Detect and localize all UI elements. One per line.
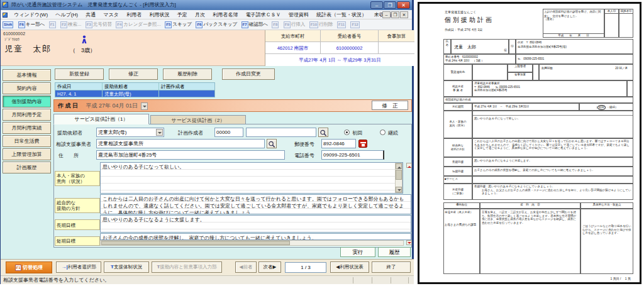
menu-item-common[interactable]: 共通 (82, 10, 99, 19)
menu-item-help[interactable]: ヘルプ(H) (52, 10, 81, 19)
entitlement-table: 支給市町村 受給者番号 食事加算 462012 南国市 6100000002 平… (265, 30, 414, 66)
doc-row-content: 言葉を覚え、二語文・三語文が言え、お友達や先生と少しずつ関わりを持ち、集団生活の… (480, 209, 580, 274)
toolbar-shift-button[interactable]: Shift (3, 21, 14, 28)
menu-item-csv[interactable]: 電子請求ＣＳＶ (242, 10, 284, 19)
agency-search-button[interactable] (267, 139, 277, 148)
group-scroll-down-icon[interactable] (406, 240, 412, 245)
menu-item-window[interactable]: ウィンドウ(W) (11, 10, 51, 19)
maximize-button[interactable]: ❐ (384, 1, 396, 9)
date-modify-button[interactable]: 修 正 (372, 101, 408, 110)
doc-seal-cell: 印 (509, 39, 516, 54)
combo-arrow-icon[interactable] (156, 129, 163, 136)
menu-item-schedule[interactable]: 予定 (174, 10, 191, 19)
continue-radio[interactable] (380, 129, 386, 135)
note-input-button[interactable]: Ŧ援助内容と留意事項入力部 (152, 261, 222, 273)
history-header-requester: 援助依頼者 (103, 83, 159, 90)
toolbar-keypart-button[interactable]: F6キー部へ (18, 21, 45, 28)
register-button[interactable]: 新規登録 (55, 69, 104, 80)
toolbar-confirm-button[interactable]: F7確認部へ (242, 21, 268, 28)
intent-textarea[interactable]: 思いやりのある子になって欲しい。 (100, 162, 403, 194)
toolbar-rowinsert-button[interactable]: F9行挿入 (284, 21, 306, 28)
sidebar-item-basic-info[interactable]: 基本情報 (3, 69, 51, 81)
scroll-up-icon[interactable] (396, 163, 402, 169)
toolbar-search-button[interactable]: F2検索... (60, 21, 81, 28)
first-time-radio[interactable] (344, 129, 350, 135)
menu-item-roster[interactable]: 利用者名簿 (209, 10, 241, 19)
modify-button[interactable]: 修正 (109, 69, 158, 80)
sidebar-item-daily-expense[interactable]: 日常生活費 (3, 135, 51, 147)
city-header: 支給市町村 (265, 30, 321, 42)
toolbar-backskip-button[interactable]: F6バックスキップ (196, 21, 237, 28)
creator-search-button[interactable] (318, 128, 328, 137)
change-date-button[interactable]: 作成日変更 (222, 69, 275, 80)
long-goal-textarea[interactable]: 思いやりのある子になるように支援します。 (100, 215, 411, 233)
tab-service-plan-1[interactable]: サービス提供計画（1） (53, 114, 149, 124)
menu-item-documents[interactable]: 管理資料 (286, 10, 312, 19)
menu-item-user[interactable]: 利用者 (123, 10, 145, 19)
tab-service-plan-2[interactable]: サービス提供計画（2） (150, 115, 246, 124)
app-icon (3, 2, 8, 8)
delete-history-button[interactable]: 履歴削除 (163, 69, 212, 80)
menu-item-usage[interactable]: 利用状況 (146, 10, 172, 19)
minimize-button[interactable]: – (370, 1, 383, 9)
policy-textarea[interactable]: これからは二人目のお子さんの出産に向けて何かと大変な日々を送って行かれると思いま… (100, 194, 411, 214)
postal-input[interactable]: 892-0846 (321, 139, 356, 148)
patient-age: （ 3歳） (70, 47, 96, 55)
sidebar-item-limit-management[interactable]: 上限管理加算 (3, 148, 51, 160)
mdi-close-button[interactable]: ✕ (400, 11, 408, 18)
exit-button[interactable]: 終了 (372, 261, 411, 273)
next-person-button[interactable]: 次者▶ (258, 261, 281, 273)
sidebar-item-plan-history[interactable]: 計画履歴 (3, 162, 51, 173)
creator-name-input[interactable] (246, 128, 316, 137)
prev-person-button[interactable]: ◀前者 (235, 261, 257, 273)
f7-key-icon: F7 (242, 21, 248, 28)
sidebar-item-contract[interactable]: 契約内容 (3, 82, 51, 94)
scroll-thumb[interactable] (396, 170, 402, 180)
toolbar-f11-button[interactable]: F11 (337, 21, 347, 28)
hscroll-thumb[interactable] (101, 241, 290, 245)
toolbar-f12-button[interactable]: F12 (350, 21, 360, 28)
sidebar-item-monthly-actual[interactable]: 月間利用実績 (3, 122, 51, 134)
usage-table-button[interactable]: ◀利用状況表 (330, 261, 369, 273)
short-goal-textarea[interactable]: お子さんの今の成長の状態を理解し、家庭での接し方についても一緒に考えていきましょ… (100, 233, 411, 240)
agency-input[interactable]: 児童相談支援事業所 (96, 139, 265, 148)
switch-process-button[interactable]: F1切替処理 (6, 261, 52, 273)
history-selected-row[interactable]: H27. 4. 1 児童太郎(母) (55, 90, 215, 97)
f8-key-icon: F8 (272, 21, 279, 28)
title-bar[interactable]: 障がい児通所施設管理システム 児童発達支援なんごく - [利用状況入力] – ❐… (1, 0, 412, 10)
toolbar-calendar-button[interactable]: F4カレンダー参照... (116, 21, 160, 28)
address-input[interactable]: 鹿児島市加治屋町4番25号 (96, 150, 285, 160)
sidebar-item-monthly-plan[interactable]: 月間利用予定 (3, 109, 51, 121)
toolbar-f1-button[interactable]: F1 (49, 21, 57, 28)
continue-label: 継続 (388, 129, 398, 136)
sidebar-item-individual-support[interactable]: 個別援助内容 (3, 96, 51, 107)
toolbar-rowdelete-button[interactable]: F10行削除 (309, 21, 333, 28)
postal-mark-icon[interactable] (358, 140, 367, 148)
menu-item-statistics[interactable]: 統計表（一覧・状況） (313, 10, 370, 19)
short-goal-hscrollbar[interactable] (100, 240, 404, 246)
intent-vscrollbar[interactable] (395, 163, 402, 193)
mdi-minimize-button[interactable]: – (382, 11, 391, 18)
close-button[interactable]: ✕ (397, 1, 410, 9)
toolbar-skip-button[interactable]: F5スキップ (165, 21, 192, 28)
execute-button[interactable]: 実行 (340, 247, 375, 257)
date-dropdown-icon[interactable] (141, 102, 148, 110)
doc-intent-value: 思いやりのある子になって欲しい。 (472, 111, 633, 138)
agency-label: 相談支援事業者 (56, 141, 91, 148)
postal-label: 郵便番号 (294, 141, 314, 148)
menu-item-master[interactable]: マスタ (100, 10, 122, 19)
toolbar-era-button[interactable]: F3元号切替 (86, 21, 112, 28)
group-scroll-up-icon[interactable] (406, 163, 412, 168)
user-select-button[interactable]: →|利用者選択部 (56, 261, 101, 273)
requester-combo[interactable]: 児童太郎(母) (96, 128, 164, 137)
mdi-restore-button[interactable]: ❐ (391, 11, 399, 18)
page-indicator[interactable]: 1 / 3 (285, 262, 326, 273)
support-status-button[interactable]: Ŧ支援体制状況 (104, 261, 149, 273)
scroll-down-icon[interactable] (396, 187, 402, 192)
creator-code-input[interactable]: 00000 (214, 128, 243, 137)
phone-input[interactable]: 09099-225-6501 (321, 150, 384, 160)
history-button[interactable]: 履歴 (378, 247, 411, 257)
toolbar-f8-button[interactable]: F8 (272, 21, 279, 28)
f4-key-icon: F4 (116, 21, 123, 28)
menu-item-monthly[interactable]: 月次 (192, 10, 208, 19)
